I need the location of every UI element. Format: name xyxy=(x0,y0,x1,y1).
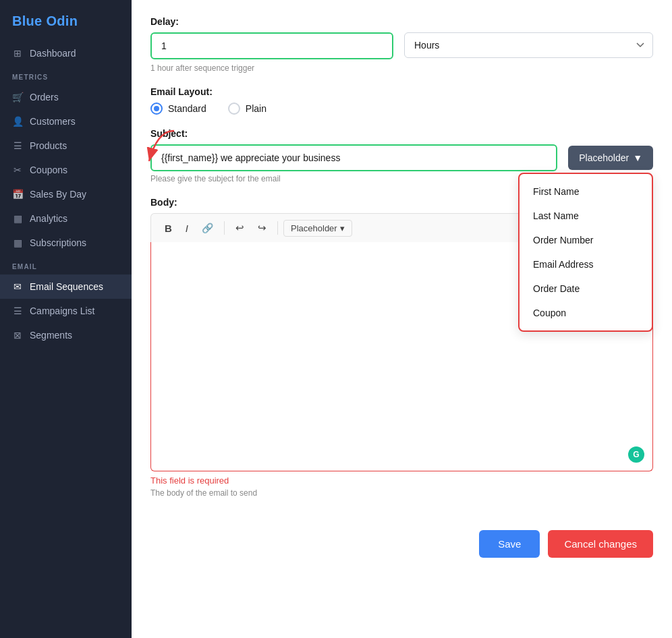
sidebar-item-label: Products xyxy=(30,140,67,151)
toolbar-separator-2 xyxy=(277,221,278,235)
layout-row: Standard Plain xyxy=(150,103,653,115)
sidebar-item-label: Customers xyxy=(30,116,76,127)
body-placeholder-button[interactable]: Placeholder ▾ xyxy=(283,220,352,237)
sidebar-item-label: Subscriptions xyxy=(30,237,86,248)
dropdown-item-orderdate[interactable]: Order Date xyxy=(520,277,652,301)
dropdown-item-firstname[interactable]: First Name xyxy=(520,179,652,204)
bold-button[interactable]: B xyxy=(159,220,177,237)
sidebar-item-campaigns-list[interactable]: ☰ Campaigns List xyxy=(0,299,132,323)
coupons-icon: ✂ xyxy=(12,165,23,175)
logo-rest: Odin xyxy=(46,13,78,28)
sidebar-item-products[interactable]: ☰ Products xyxy=(0,134,132,158)
dropdown-item-lastname[interactable]: Last Name xyxy=(520,204,652,228)
subject-label: Subject: xyxy=(150,128,653,139)
dashboard-icon: ⊞ xyxy=(12,48,23,59)
toolbar-separator-1 xyxy=(224,221,225,235)
delay-input[interactable]: 1 xyxy=(150,32,393,59)
main-content: Delay: 1 Hours Days Minutes 1 hour after… xyxy=(132,0,672,638)
grammarly-icon: G xyxy=(628,446,644,463)
radio-standard[interactable]: Standard xyxy=(150,103,206,115)
radio-plain-label: Plain xyxy=(246,103,267,114)
body-hint: The body of the email to send xyxy=(150,488,653,498)
orders-icon: 🛒 xyxy=(12,92,23,103)
customers-icon: 👤 xyxy=(12,116,23,127)
placeholder-dropdown-icon: ▼ xyxy=(633,152,642,163)
radio-plain[interactable]: Plain xyxy=(228,103,267,115)
sidebar-item-sales-by-day[interactable]: 📅 Sales By Day xyxy=(0,182,132,206)
campaigns-icon: ☰ xyxy=(12,306,23,316)
delay-group: Delay: 1 Hours Days Minutes 1 hour after… xyxy=(150,16,653,73)
logo-blue: Blue xyxy=(12,13,43,28)
metrics-section-label: METRICS xyxy=(0,65,132,85)
analytics-icon: ▦ xyxy=(12,213,23,224)
placeholder-btn-wrapper: Placeholder ▼ First Name Last Name Order… xyxy=(568,146,653,170)
subject-placeholder-button[interactable]: Placeholder ▼ xyxy=(568,146,653,170)
radio-standard-label: Standard xyxy=(168,103,206,114)
redo-button[interactable]: ↪ xyxy=(252,219,272,237)
sidebar-item-label: Dashboard xyxy=(30,48,76,59)
delay-row: 1 Hours Days Minutes xyxy=(150,32,653,59)
subscriptions-icon: ▦ xyxy=(12,237,23,248)
footer-buttons: Save Cancel changes xyxy=(150,517,653,574)
sidebar-item-subscriptions[interactable]: ▦ Subscriptions xyxy=(0,231,132,255)
body-error: This field is required xyxy=(150,475,653,486)
subject-row: {{first_name}} we appreciate your busine… xyxy=(150,144,653,171)
delay-hint: 1 hour after sequence trigger xyxy=(150,63,653,73)
save-button[interactable]: Save xyxy=(479,530,540,558)
email-section-label: EMAIL xyxy=(0,255,132,274)
radio-standard-circle xyxy=(150,103,163,115)
sidebar-item-label: Segments xyxy=(30,330,72,341)
delay-label: Delay: xyxy=(150,16,653,27)
placeholder-dropdown: First Name Last Name Order Number Email … xyxy=(518,173,653,332)
dropdown-item-ordernumber[interactable]: Order Number xyxy=(520,228,652,252)
subject-input[interactable]: {{first_name}} we appreciate your busine… xyxy=(150,144,557,171)
sidebar-item-segments[interactable]: ⊠ Segments xyxy=(0,323,132,347)
sidebar-item-label: Analytics xyxy=(30,213,67,224)
segments-icon: ⊠ xyxy=(12,330,23,341)
email-sequences-icon: ✉ xyxy=(12,281,23,292)
email-layout-label: Email Layout: xyxy=(150,86,653,97)
sidebar-item-email-sequences[interactable]: ✉ Email Sequences xyxy=(0,274,132,299)
italic-button[interactable]: I xyxy=(180,220,194,237)
cancel-button[interactable]: Cancel changes xyxy=(548,530,653,558)
sidebar-item-coupons[interactable]: ✂ Coupons xyxy=(0,158,132,182)
sidebar-item-label: Sales By Day xyxy=(30,189,86,200)
products-icon: ☰ xyxy=(12,140,23,151)
undo-button[interactable]: ↩ xyxy=(230,219,250,237)
app-logo: Blue Odin xyxy=(0,0,132,41)
link-button[interactable]: 🔗 xyxy=(196,220,219,236)
body-placeholder-chevron: ▾ xyxy=(340,223,345,233)
email-layout-group: Email Layout: Standard Plain xyxy=(150,86,653,115)
sidebar-item-label: Email Sequences xyxy=(30,281,103,292)
sidebar-item-label: Orders xyxy=(30,92,59,103)
subject-group: Subject: {{first_name}} we appreciate yo… xyxy=(150,128,653,183)
dropdown-item-coupon[interactable]: Coupon xyxy=(520,301,652,325)
dropdown-item-emailaddress[interactable]: Email Address xyxy=(520,252,652,277)
radio-plain-circle xyxy=(228,103,240,115)
placeholder-btn-label: Placeholder xyxy=(579,152,629,163)
sidebar: Blue Odin ⊞ Dashboard METRICS 🛒 Orders 👤… xyxy=(0,0,132,638)
sidebar-item-label: Coupons xyxy=(30,165,67,175)
sidebar-item-label: Campaigns List xyxy=(30,306,95,316)
sidebar-item-orders[interactable]: 🛒 Orders xyxy=(0,85,132,109)
sidebar-item-customers[interactable]: 👤 Customers xyxy=(0,109,132,134)
sidebar-item-dashboard[interactable]: ⊞ Dashboard xyxy=(0,41,132,65)
sales-icon: 📅 xyxy=(12,189,23,200)
body-placeholder-label: Placeholder xyxy=(291,223,337,233)
sidebar-item-analytics[interactable]: ▦ Analytics xyxy=(0,206,132,231)
delay-unit-select[interactable]: Hours Days Minutes xyxy=(404,32,653,58)
